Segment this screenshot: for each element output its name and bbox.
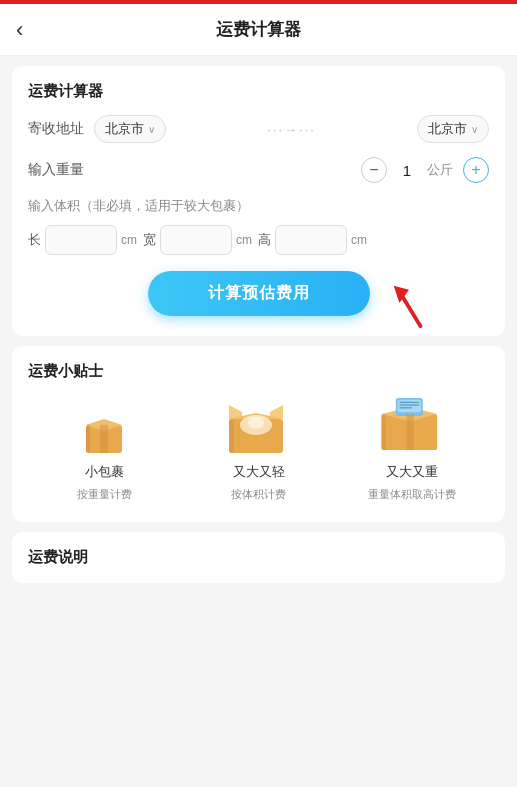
to-city-value: 北京市 — [428, 120, 467, 138]
header: ‹ 运费计算器 — [0, 4, 517, 56]
from-city-select[interactable]: 北京市 ∨ — [94, 115, 166, 143]
svg-rect-5 — [86, 425, 90, 453]
medium-package-name: 又大又轻 — [233, 463, 285, 481]
height-item: 高 cm — [258, 225, 367, 255]
small-box-icon — [69, 397, 141, 457]
address-arrow: ···→··· — [166, 122, 417, 137]
width-input[interactable] — [160, 225, 232, 255]
svg-point-11 — [248, 417, 264, 429]
large-box-icon — [376, 397, 448, 457]
svg-rect-12 — [229, 419, 234, 453]
volume-label: 输入体积（非必填，适用于较大包裹） — [28, 197, 489, 215]
weight-unit: 公斤 — [427, 161, 453, 179]
width-item: 宽 cm — [143, 225, 252, 255]
large-package-desc: 重量体积取高计费 — [368, 487, 456, 502]
explanation-section: 运费说明 — [12, 532, 505, 583]
arrow-pointer-icon — [389, 282, 429, 334]
page-title: 运费计算器 — [216, 18, 301, 41]
explanation-title: 运费说明 — [28, 548, 88, 565]
small-package-name: 小包裹 — [85, 463, 124, 481]
address-selects: 北京市 ∨ ···→··· 北京市 ∨ — [94, 115, 489, 143]
weight-value: 1 — [397, 162, 417, 179]
address-row: 寄收地址 北京市 ∨ ···→··· 北京市 ∨ — [28, 115, 489, 143]
weight-control: − 1 公斤 + — [361, 157, 489, 183]
weight-minus-button[interactable]: − — [361, 157, 387, 183]
svg-rect-21 — [382, 414, 387, 450]
length-item: 长 cm — [28, 225, 137, 255]
address-label: 寄收地址 — [28, 120, 94, 138]
svg-rect-20 — [407, 414, 414, 450]
calculator-section-title: 运费计算器 — [28, 82, 489, 101]
width-label: 宽 — [143, 231, 156, 249]
tips-card: 运费小贴士 小包裹 按重量计费 — [12, 346, 505, 522]
large-package-name: 又大又重 — [386, 463, 438, 481]
to-city-chevron-icon: ∨ — [471, 124, 478, 135]
svg-rect-16 — [398, 400, 421, 413]
height-unit: cm — [351, 233, 367, 247]
medium-package-desc: 按体积计费 — [231, 487, 286, 502]
calc-button-wrap: 计算预估费用 — [28, 271, 489, 316]
tip-item-small: 小包裹 按重量计费 — [28, 397, 182, 502]
tip-item-large: 又大又重 重量体积取高计费 — [335, 397, 489, 502]
from-city-value: 北京市 — [105, 120, 144, 138]
weight-row: 输入重量 − 1 公斤 + — [28, 157, 489, 183]
weight-label: 输入重量 — [28, 161, 94, 179]
tip-item-medium: 又大又轻 按体积计费 — [182, 397, 336, 502]
back-button[interactable]: ‹ — [16, 17, 23, 43]
weight-plus-button[interactable]: + — [463, 157, 489, 183]
tips-section-title: 运费小贴士 — [28, 362, 489, 381]
small-package-desc: 按重量计费 — [77, 487, 132, 502]
height-label: 高 — [258, 231, 271, 249]
length-unit: cm — [121, 233, 137, 247]
to-city-select[interactable]: 北京市 ∨ — [417, 115, 489, 143]
volume-inputs: 长 cm 宽 cm 高 cm — [28, 225, 489, 255]
medium-box-icon — [223, 397, 295, 457]
calculator-card: 运费计算器 寄收地址 北京市 ∨ ···→··· 北京市 ∨ 输入重量 − 1 … — [12, 66, 505, 336]
length-input[interactable] — [45, 225, 117, 255]
from-city-chevron-icon: ∨ — [148, 124, 155, 135]
arrow-line-icon: ···→··· — [267, 122, 316, 137]
height-input[interactable] — [275, 225, 347, 255]
calculate-button[interactable]: 计算预估费用 — [148, 271, 370, 316]
length-label: 长 — [28, 231, 41, 249]
tips-items: 小包裹 按重量计费 — [28, 397, 489, 502]
svg-rect-4 — [100, 425, 108, 453]
width-unit: cm — [236, 233, 252, 247]
